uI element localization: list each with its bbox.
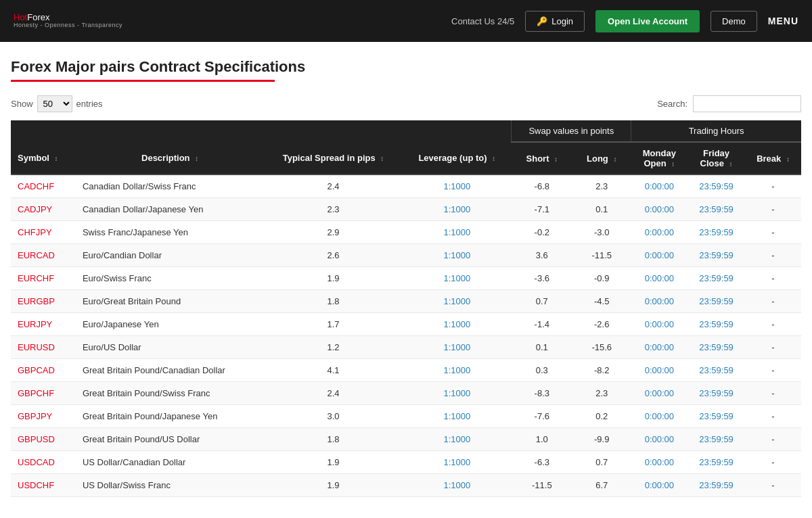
table-cell: Great Britain Pound/US Dollar — [76, 428, 264, 451]
table-cell: 1.8 — [264, 428, 402, 451]
table-cell: 2.3 — [572, 174, 631, 198]
table-cell: 0:00:00 — [631, 359, 687, 382]
sort-icon-monday: ↕ — [671, 160, 675, 168]
table-cell: 2.3 — [264, 198, 402, 221]
symbol-link[interactable]: GBPCAD — [18, 365, 55, 375]
table-cell: Great Britain Pound/Japanese Yen — [76, 405, 264, 428]
table-cell: 1:1000 — [403, 267, 512, 290]
col-leverage[interactable]: Leverage (up to) ↕ — [403, 142, 512, 174]
symbol-link[interactable]: EURJPY — [18, 319, 52, 329]
table-cell[interactable]: GBPUSD — [11, 428, 76, 451]
search-input[interactable] — [693, 95, 801, 112]
table-cell: 1.7 — [264, 313, 402, 336]
group-header-row: Swap values in points Trading Hours — [11, 120, 801, 142]
table-cell: 23:59:59 — [687, 428, 745, 451]
col-friday-close[interactable]: FridayClose ↕ — [687, 142, 745, 174]
sort-icon-description: ↕ — [195, 155, 198, 162]
table-cell: -3.6 — [512, 267, 572, 290]
table-row: EURGBPEuro/Great Britain Pound1.81:10000… — [11, 290, 801, 313]
table-cell: 1:1000 — [403, 244, 512, 267]
show-entries-control: Show 10 25 50 100 entries — [11, 95, 103, 112]
table-cell: 1.0 — [512, 428, 572, 451]
table-cell[interactable]: USDCHF — [11, 474, 76, 497]
table-row: CHFJPYSwiss Franc/Japanese Yen2.91:1000-… — [11, 221, 801, 244]
table-cell[interactable]: EURUSD — [11, 336, 76, 359]
symbol-link[interactable]: GBPUSD — [18, 434, 55, 444]
col-monday-open[interactable]: MondayOpen ↕ — [631, 142, 687, 174]
sort-icon-long: ↕ — [613, 156, 616, 163]
table-cell: -7.1 — [512, 198, 572, 221]
table-cell: Great Britain Pound/Swiss Franc — [76, 382, 264, 405]
col-short[interactable]: Short ↕ — [512, 142, 572, 174]
symbol-link[interactable]: EURGBP — [18, 296, 55, 306]
col-break[interactable]: Break ↕ — [745, 142, 801, 174]
table-cell[interactable]: EURCHF — [11, 267, 76, 290]
search-label: Search: — [657, 99, 687, 109]
table-cell: 0.7 — [512, 290, 572, 313]
col-long[interactable]: Long ↕ — [572, 142, 631, 174]
table-cell: US Dollar/Canadian Dollar — [76, 451, 264, 474]
table-cell: 1.9 — [264, 451, 402, 474]
title-underline — [11, 80, 275, 82]
login-button[interactable]: 🔑 Login — [525, 11, 585, 32]
show-label: Show — [11, 99, 33, 109]
symbol-link[interactable]: USDCAD — [18, 457, 55, 467]
table-cell[interactable]: USDCAD — [11, 451, 76, 474]
col-symbol[interactable]: Symbol ↕ — [11, 142, 76, 174]
table-cell[interactable]: EURJPY — [11, 313, 76, 336]
table-row: GBPCADGreat Britain Pound/Canadian Dolla… — [11, 359, 801, 382]
table-cell: 23:59:59 — [687, 313, 745, 336]
table-cell: -2.6 — [572, 313, 631, 336]
table-cell: - — [745, 474, 801, 497]
sort-icon-short: ↕ — [554, 156, 558, 163]
table-cell: - — [745, 451, 801, 474]
table-cell: Great Britain Pound/Canadian Dollar — [76, 359, 264, 382]
key-icon: 🔑 — [537, 16, 547, 26]
table-cell[interactable]: CHFJPY — [11, 221, 76, 244]
contact-info: Contact Us 24/5 — [451, 16, 514, 26]
table-cell: 4.1 — [264, 359, 402, 382]
table-cell[interactable]: GBPJPY — [11, 405, 76, 428]
symbol-link[interactable]: CADCHF — [18, 181, 54, 191]
table-cell: 0:00:00 — [631, 198, 687, 221]
table-cell: 0.7 — [572, 451, 631, 474]
col-spread[interactable]: Typical Spread in pips ↕ — [264, 142, 402, 174]
entries-label: entries — [76, 99, 103, 109]
table-cell[interactable]: CADJPY — [11, 198, 76, 221]
table-cell[interactable]: EURGBP — [11, 290, 76, 313]
symbol-link[interactable]: USDCHF — [18, 480, 54, 490]
table-cell[interactable]: GBPCAD — [11, 359, 76, 382]
col-description[interactable]: Description ↕ — [76, 142, 264, 174]
table-cell: -6.3 — [512, 451, 572, 474]
table-cell: -6.8 — [512, 174, 572, 198]
symbol-link[interactable]: EURUSD — [18, 342, 55, 352]
table-controls: Show 10 25 50 100 entries Search: — [11, 95, 801, 112]
logo: HotForex Honesty - Openness - Transparen… — [14, 13, 122, 29]
table-cell: - — [745, 290, 801, 313]
table-cell: 2.3 — [572, 382, 631, 405]
open-account-button[interactable]: Open Live Account — [595, 10, 700, 32]
table-row: EURCADEuro/Candian Dollar2.61:10003.6-11… — [11, 244, 801, 267]
symbol-link[interactable]: EURCAD — [18, 250, 55, 260]
symbol-link[interactable]: CADJPY — [18, 204, 52, 214]
table-cell: -11.5 — [572, 244, 631, 267]
table-cell: 1:1000 — [403, 428, 512, 451]
symbol-link[interactable]: GBPJPY — [18, 411, 52, 421]
symbol-link[interactable]: CHFJPY — [18, 227, 52, 237]
demo-button[interactable]: Demo — [710, 11, 757, 32]
symbol-link[interactable]: EURCHF — [18, 273, 54, 283]
table-row: GBPJPYGreat Britain Pound/Japanese Yen3.… — [11, 405, 801, 428]
table-cell: -1.4 — [512, 313, 572, 336]
table-cell: 23:59:59 — [687, 336, 745, 359]
menu-button[interactable]: MENU — [768, 16, 798, 26]
entries-select[interactable]: 10 25 50 100 — [37, 95, 72, 112]
table-cell[interactable]: EURCAD — [11, 244, 76, 267]
table-cell[interactable]: CADCHF — [11, 174, 76, 198]
table-cell: Euro/Great Britain Pound — [76, 290, 264, 313]
table-cell: - — [745, 382, 801, 405]
table-cell: 2.4 — [264, 174, 402, 198]
site-header: HotForex Honesty - Openness - Transparen… — [0, 0, 812, 42]
symbol-link[interactable]: GBPCHF — [18, 388, 54, 398]
table-row: USDCHFUS Dollar/Swiss Franc1.91:1000-11.… — [11, 474, 801, 497]
table-cell[interactable]: GBPCHF — [11, 382, 76, 405]
